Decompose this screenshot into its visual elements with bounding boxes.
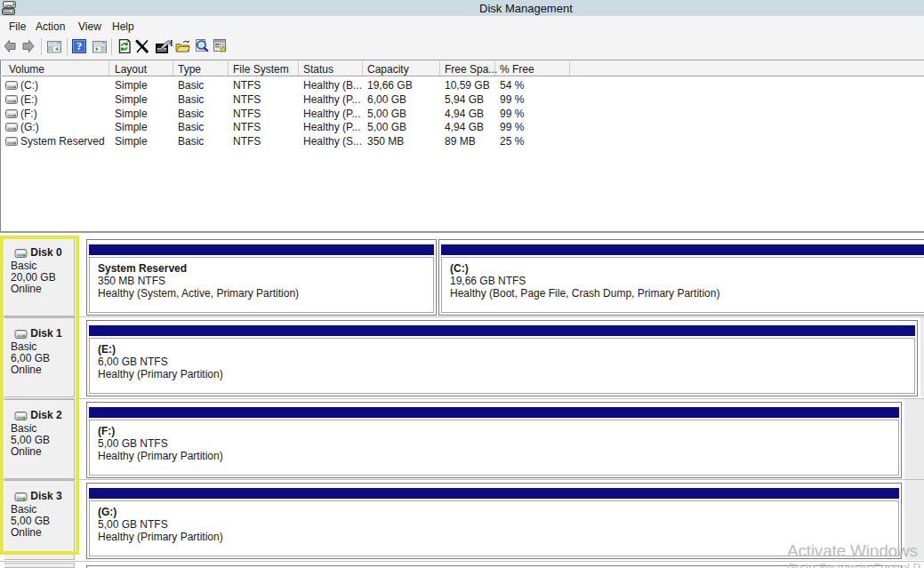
svg-text:?: ? (76, 39, 83, 52)
